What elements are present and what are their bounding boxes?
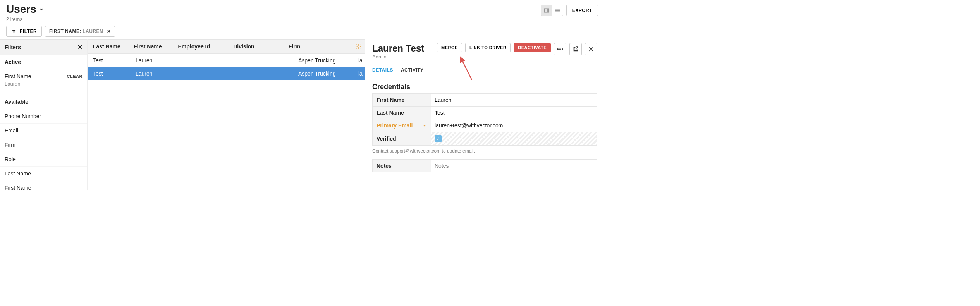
- value-verified: ✓: [431, 132, 597, 145]
- tab-activity[interactable]: ACTIVITY: [401, 65, 424, 77]
- cell-firm: Aspen Trucking: [293, 67, 353, 80]
- external-link-icon: [573, 46, 579, 52]
- list-view-icon: [555, 8, 560, 13]
- users-table: Last Name First Name Employee Id Divisio…: [88, 39, 365, 190]
- label-verified: Verified: [373, 132, 431, 145]
- close-detail-button[interactable]: [585, 43, 597, 55]
- column-header-division[interactable]: Division: [228, 40, 283, 53]
- export-button[interactable]: EXPORT: [566, 5, 598, 16]
- label-first-name: First Name: [373, 94, 431, 106]
- verified-checkbox[interactable]: ✓: [435, 135, 442, 142]
- svg-point-7: [559, 48, 561, 50]
- input-first-name[interactable]: [435, 97, 593, 103]
- page-title[interactable]: Users: [6, 3, 44, 15]
- split-view-button[interactable]: [541, 5, 552, 16]
- cell-overflow: la: [353, 67, 364, 80]
- cell-firm: Aspen Trucking: [293, 54, 353, 67]
- chip-label: FIRST NAME:: [49, 29, 81, 34]
- chip-value: LAUREN: [83, 29, 103, 34]
- table-row[interactable]: Test Lauren Aspen Trucking la: [88, 54, 365, 67]
- cell-employee-id: [177, 57, 235, 64]
- deactivate-button[interactable]: DEACTIVATE: [514, 43, 551, 52]
- close-icon: [588, 46, 594, 52]
- cell-division: [235, 57, 293, 64]
- cell-last-name: Test: [88, 67, 130, 80]
- label-notes: Notes: [373, 160, 431, 172]
- email-hint: Contact support@withvector.com to update…: [372, 148, 597, 154]
- detail-title: Lauren Test: [372, 43, 424, 54]
- available-filter-role[interactable]: Role: [0, 152, 87, 167]
- available-filter-first-name[interactable]: First Name: [0, 181, 87, 190]
- filters-panel-title: Filters: [5, 44, 21, 50]
- dots-icon: [557, 48, 563, 50]
- split-view-icon: [544, 8, 549, 13]
- table-row[interactable]: Test Lauren Aspen Trucking la: [88, 67, 365, 80]
- cell-division: [235, 70, 293, 77]
- list-view-button[interactable]: [552, 5, 563, 16]
- filter-icon: [11, 29, 17, 34]
- tab-details[interactable]: DETAILS: [372, 65, 393, 77]
- column-header-first-name[interactable]: First Name: [128, 40, 172, 53]
- user-detail-panel: Lauren Test Admin MERGE LINK TO DRIVER D…: [365, 39, 604, 190]
- cell-last-name: Test: [88, 54, 130, 67]
- available-filters-heading: Available: [0, 95, 87, 109]
- chevron-down-icon: [39, 7, 44, 12]
- available-filter-firm[interactable]: Firm: [0, 138, 87, 152]
- svg-point-6: [557, 48, 559, 50]
- page-title-text: Users: [6, 3, 36, 15]
- label-last-name: Last Name: [373, 107, 431, 119]
- column-header-employee-id[interactable]: Employee Id: [173, 40, 228, 53]
- item-count: 2 items: [6, 16, 541, 22]
- input-notes[interactable]: [435, 163, 593, 169]
- svg-rect-1: [547, 9, 547, 12]
- svg-point-8: [562, 48, 563, 50]
- cell-first-name: Lauren: [130, 54, 177, 67]
- available-filter-phone-number[interactable]: Phone Number: [0, 109, 87, 124]
- filter-button[interactable]: FILTER: [6, 26, 42, 37]
- table-settings-button[interactable]: [351, 40, 365, 53]
- filter-button-label: FILTER: [20, 29, 37, 34]
- gear-icon: [355, 43, 361, 50]
- link-to-driver-button[interactable]: LINK TO DRIVER: [465, 43, 511, 52]
- credentials-heading: Credentials: [372, 83, 597, 91]
- chevron-down-icon: [422, 123, 427, 128]
- column-header-overflow: [340, 40, 351, 53]
- close-filters-icon[interactable]: ✕: [77, 43, 83, 51]
- column-header-firm[interactable]: Firm: [283, 40, 340, 53]
- available-filter-email[interactable]: Email: [0, 124, 87, 138]
- label-primary-email[interactable]: Primary Email: [373, 119, 431, 132]
- active-filter-first-name: First Name CLEAR Lauren: [0, 69, 87, 91]
- merge-button[interactable]: MERGE: [437, 43, 462, 52]
- value-primary-email: lauren+test@withvector.com: [431, 119, 597, 132]
- label-primary-email-text: Primary Email: [377, 122, 413, 129]
- cell-employee-id: [177, 70, 235, 77]
- input-last-name[interactable]: [435, 110, 593, 116]
- cell-first-name: Lauren: [130, 67, 177, 80]
- more-menu-button[interactable]: [554, 43, 566, 55]
- svg-point-5: [358, 46, 359, 47]
- column-header-last-name[interactable]: Last Name: [88, 40, 128, 53]
- active-filter-value: Lauren: [5, 81, 83, 87]
- chip-remove-icon[interactable]: ✕: [107, 29, 111, 34]
- clear-filter-button[interactable]: CLEAR: [67, 74, 83, 79]
- available-filter-last-name[interactable]: Last Name: [0, 167, 87, 181]
- active-filters-heading: Active: [0, 55, 87, 69]
- view-toggle: [541, 5, 563, 16]
- active-filter-name: First Name: [5, 73, 31, 79]
- open-external-button[interactable]: [569, 43, 582, 55]
- filter-chip-first-name[interactable]: FIRST NAME: LAUREN ✕: [45, 26, 115, 37]
- cell-overflow: la: [353, 54, 364, 67]
- detail-subtitle: Admin: [372, 54, 424, 60]
